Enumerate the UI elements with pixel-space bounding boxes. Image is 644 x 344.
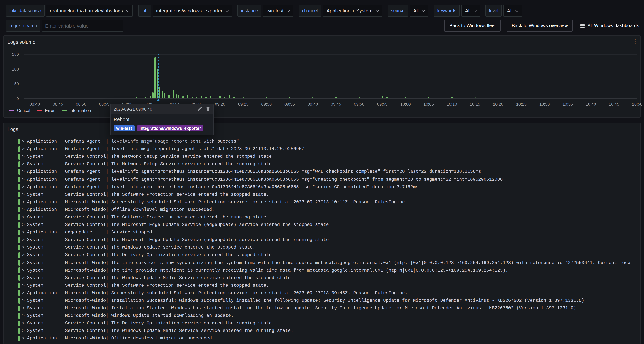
expand-chevron-icon[interactable]: > (22, 268, 27, 273)
expand-chevron-icon[interactable]: > (22, 192, 27, 197)
log-message: Application | Microsoft-Windo| Successfu… (27, 291, 408, 296)
expand-chevron-icon[interactable]: > (22, 314, 27, 318)
expand-chevron-icon[interactable]: > (22, 276, 27, 280)
expand-chevron-icon[interactable]: > (22, 245, 27, 250)
expand-chevron-icon[interactable]: > (22, 154, 27, 159)
log-row[interactable]: >System | Microsoft-Windo| The time prov… (4, 267, 640, 274)
annotation-tag[interactable]: integrations/windows_exporter (137, 125, 204, 131)
back-to-windows-overview-button[interactable]: Back to Windows overview (507, 20, 573, 32)
log-row[interactable]: >System | Microsoft-Windo| The time serv… (4, 259, 640, 267)
expand-chevron-icon[interactable]: > (22, 223, 27, 227)
expand-chevron-icon[interactable]: > (22, 139, 27, 144)
log-level-indicator (18, 260, 20, 266)
variable-keywords: keywordsAll (434, 4, 480, 16)
log-row[interactable]: >Application | Grafana Agent | level=inf… (4, 183, 640, 191)
expand-chevron-icon[interactable]: > (22, 177, 27, 182)
panel-title[interactable]: Logs (8, 126, 18, 132)
x-axis-label: 10:00 (400, 102, 411, 106)
log-row[interactable]: >Application | Grafana Agent | level=inf… (4, 138, 640, 145)
bar-information (382, 96, 383, 98)
log-row[interactable]: >System | Service Control| The Network S… (4, 153, 640, 160)
expand-chevron-icon[interactable]: > (22, 336, 27, 341)
variable-dropdown-instance[interactable]: win-test (263, 4, 293, 16)
expand-chevron-icon[interactable]: > (22, 261, 27, 265)
expand-chevron-icon[interactable]: > (22, 215, 27, 220)
bar-information (201, 96, 202, 98)
log-row[interactable]: >System | Microsoft-Windo| Installation … (4, 304, 640, 312)
expand-chevron-icon[interactable]: > (22, 147, 27, 151)
legend-item-information[interactable]: Information (61, 108, 91, 113)
log-level-indicator (18, 275, 20, 281)
log-message: Application | Microsoft-Windo| Offline d… (27, 336, 214, 341)
x-axis-label: 10:30 (539, 102, 550, 106)
expand-chevron-icon[interactable]: > (22, 321, 27, 326)
log-row[interactable]: >Application | Grafana Agent | level=inf… (4, 168, 640, 176)
log-row[interactable]: >System | Microsoft-Windo| Windows Updat… (4, 312, 640, 320)
expand-chevron-icon[interactable]: > (22, 291, 27, 295)
expand-chevron-icon[interactable]: > (22, 207, 27, 212)
expand-chevron-icon[interactable]: > (22, 329, 27, 333)
bar-information (104, 98, 105, 98)
expand-chevron-icon[interactable]: > (22, 283, 27, 288)
log-row[interactable]: >Application | Microsoft-Windo| Successf… (4, 198, 640, 206)
log-row[interactable]: >System | Service Control| The Windows U… (4, 244, 640, 251)
expand-chevron-icon[interactable]: > (22, 230, 27, 235)
log-row[interactable]: >Application | Microsoft-Windo| Successf… (4, 289, 640, 297)
bar-information (229, 95, 230, 98)
log-level-indicator (18, 245, 20, 251)
edit-annotation-icon[interactable] (198, 107, 202, 111)
log-row[interactable]: >System | Service Control| The Microsoft… (4, 221, 640, 229)
log-row[interactable]: >Application | Microsoft-Windo| Offline … (4, 335, 640, 342)
legend-item-error[interactable]: Error (37, 108, 54, 113)
log-row[interactable]: >System | Service Control| The Windows U… (4, 327, 640, 335)
log-row[interactable]: >System | Service Control| The Software … (4, 214, 640, 221)
log-row[interactable]: >Application | Grafana Agent | level=inf… (4, 176, 640, 183)
all-windows-dashboards-button[interactable]: All Windows dashboards (579, 20, 640, 32)
back-to-windows-fleet-button[interactable]: Back to Windows fleet (444, 20, 501, 32)
variable-dropdown-source[interactable]: All (410, 4, 428, 16)
log-row[interactable]: >System | Service Control| The Network S… (4, 160, 640, 168)
bar-information (164, 93, 165, 98)
panel-title[interactable]: Logs volume (8, 39, 35, 45)
variable-value: All (507, 8, 512, 13)
expand-chevron-icon[interactable]: > (22, 298, 27, 303)
log-message: System | Service Control| The Software P… (27, 283, 269, 288)
expand-chevron-icon[interactable]: > (22, 238, 27, 242)
annotation-marker[interactable] (156, 99, 160, 101)
list-icon (580, 24, 585, 27)
log-row[interactable]: >System | Service Control| The Software … (4, 191, 640, 198)
log-row[interactable]: >System | Service Control| The Delivery … (4, 320, 640, 327)
panel-menu-icon[interactable]: ⋮ (632, 38, 638, 44)
log-row[interactable]: >System | Service Control| The Delivery … (4, 251, 640, 259)
log-row[interactable]: >System | Service Control| The Software … (4, 282, 640, 289)
expand-chevron-icon[interactable]: > (22, 162, 27, 167)
log-row[interactable]: >System | Service Control| The Microsoft… (4, 236, 640, 244)
variable-dropdown-level[interactable]: All (503, 4, 522, 16)
bar-information (396, 97, 397, 98)
x-axis-label: 09:40 (308, 102, 318, 106)
chevron-down-icon (422, 8, 425, 12)
legend-item-critical[interactable]: Critical (9, 108, 30, 113)
variable-dropdown-loki_datasource[interactable]: grafanacloud-vzhuravlevlabs-logs (46, 4, 133, 16)
variable-dropdown-keywords[interactable]: All (461, 4, 480, 16)
annotation-tag[interactable]: win-test (114, 125, 134, 131)
log-level-indicator (18, 298, 20, 304)
variable-dropdown-channel[interactable]: Application + System (323, 4, 382, 16)
log-row[interactable]: >Application | edgeupdate | Service stop… (4, 229, 640, 236)
log-row[interactable]: >System | Microsoft-Windo| Installation … (4, 297, 640, 304)
variable-dropdown-job[interactable]: integrations/windows_exporter (152, 4, 232, 16)
log-row[interactable]: >Application | Microsoft-Windo| Offline … (4, 206, 640, 214)
delete-annotation-icon[interactable] (206, 107, 210, 111)
regex-search-label: regex_search (6, 20, 40, 32)
expand-chevron-icon[interactable]: > (22, 170, 27, 174)
log-message: System | Service Control| The Network Se… (27, 154, 274, 159)
annotation-tooltip-body: Reboot win-testintegrations/windows_expo… (110, 113, 213, 135)
log-row[interactable]: >Application | Grafana Agent | level=inf… (4, 145, 640, 153)
expand-chevron-icon[interactable]: > (22, 200, 27, 204)
expand-chevron-icon[interactable]: > (22, 253, 27, 257)
expand-chevron-icon[interactable]: > (22, 185, 27, 189)
regex-search-input[interactable] (42, 20, 123, 32)
log-row[interactable]: >System | Service Control| The Windows U… (4, 274, 640, 282)
legend-series-marker (9, 110, 14, 111)
expand-chevron-icon[interactable]: > (22, 306, 27, 311)
